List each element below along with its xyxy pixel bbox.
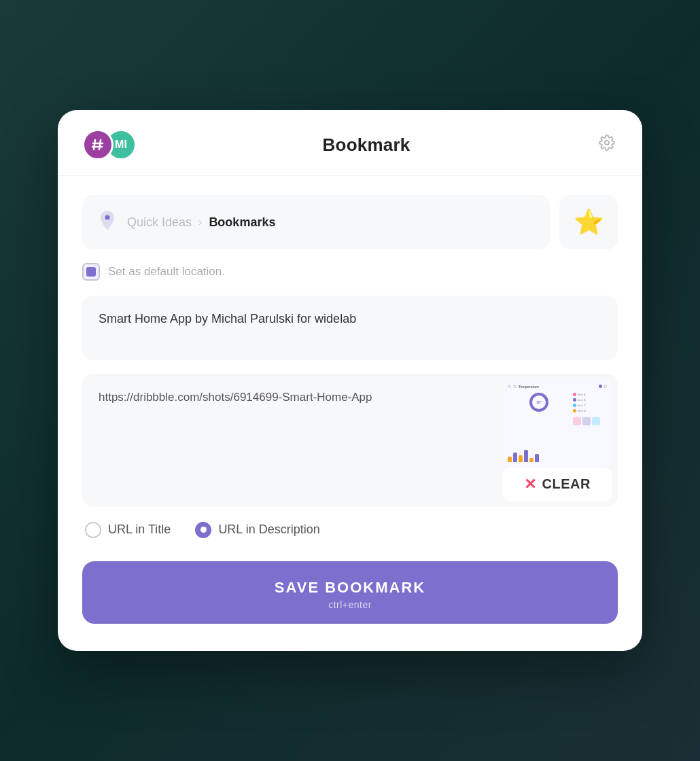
chevron-icon: › [198, 216, 202, 228]
save-bookmark-button[interactable]: SAVE BOOKMARK ctrl+enter [82, 561, 618, 624]
star-icon: ⭐ [574, 208, 604, 236]
body: Quick Ideas › Bookmarks ⭐ Set as default… [58, 176, 642, 623]
default-location-row: Set as default location. [82, 263, 618, 281]
radio-label-title: URL in Title [108, 523, 171, 537]
svg-line-1 [99, 140, 101, 149]
save-button-hint: ctrl+enter [328, 599, 372, 610]
url-text: https://dribbble.com/shots/6914699-Smart… [82, 374, 502, 507]
default-location-checkbox[interactable] [82, 263, 100, 281]
url-preview-column: Temperature 30° [502, 374, 618, 507]
radio-url-in-title[interactable]: URL in Title [85, 522, 171, 538]
clear-x-icon: ✕ [524, 476, 537, 493]
breadcrumb-from: Quick Ideas [127, 215, 192, 230]
radio-inner-description [200, 527, 207, 533]
breadcrumb-text: Quick Ideas › Bookmarks [127, 215, 275, 230]
radio-outer-title [85, 522, 101, 538]
bookmark-card: MI Bookmark Quick Ideas [58, 110, 642, 650]
clear-label: CLEAR [542, 476, 591, 492]
settings-button[interactable] [596, 132, 618, 158]
star-button[interactable]: ⭐ [559, 195, 618, 249]
clear-button[interactable]: ✕ CLEAR [502, 467, 612, 501]
url-section: https://dribbble.com/shots/6914699-Smart… [82, 374, 618, 507]
header: MI Bookmark [58, 110, 642, 176]
breadcrumb-to: Bookmarks [209, 215, 275, 230]
radio-url-in-description[interactable]: URL in Description [195, 522, 319, 538]
checkbox-fill [86, 267, 96, 277]
radio-outer-description [195, 522, 211, 538]
avatar-hash [82, 129, 113, 160]
title-input[interactable]: Smart Home App by Michal Parulski for wi… [82, 296, 618, 359]
pin-icon [99, 211, 116, 234]
radio-label-description: URL in Description [218, 523, 319, 537]
avatar-group: MI [82, 129, 137, 160]
default-location-label: Set as default location. [108, 265, 225, 279]
save-button-label: SAVE BOOKMARK [275, 579, 425, 597]
location-row: Quick Ideas › Bookmarks ⭐ [82, 195, 618, 249]
url-preview-image: Temperature 30° [502, 379, 612, 467]
svg-line-0 [94, 140, 95, 149]
url-placement-row: URL in Title URL in Description [82, 518, 618, 542]
svg-point-4 [605, 141, 609, 145]
svg-point-5 [105, 215, 110, 219]
location-breadcrumb[interactable]: Quick Ideas › Bookmarks [82, 195, 550, 249]
page-title: Bookmark [323, 135, 410, 156]
mini-dashboard: Temperature 30° [502, 379, 612, 467]
